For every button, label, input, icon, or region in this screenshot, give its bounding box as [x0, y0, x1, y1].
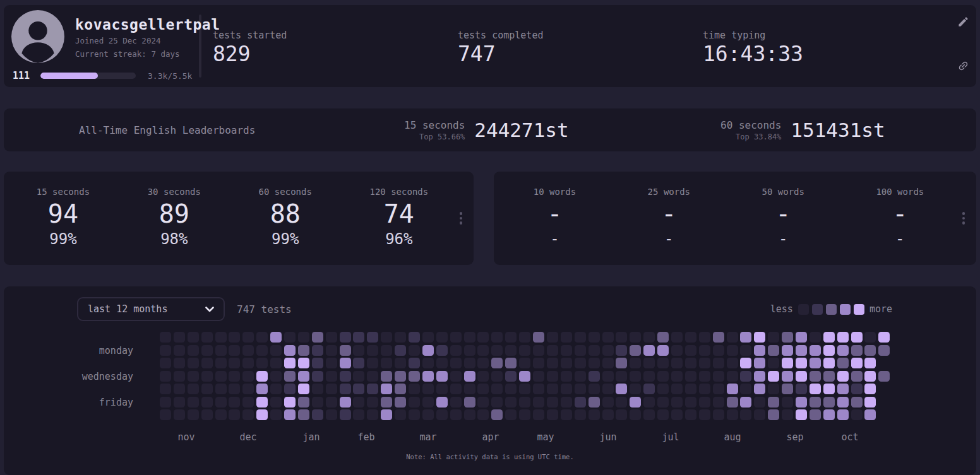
heatmap-cell[interactable]: [242, 345, 254, 356]
heatmap-cell[interactable]: [810, 332, 821, 343]
heatmap-cell[interactable]: [174, 384, 185, 394]
heatmap-cell[interactable]: [810, 409, 821, 420]
heatmap-cell[interactable]: [740, 371, 751, 382]
heatmap-cell[interactable]: [643, 397, 655, 408]
heatmap-cell[interactable]: [188, 358, 199, 368]
heatmap-cell[interactable]: [602, 397, 614, 408]
heatmap-cell[interactable]: [519, 371, 530, 382]
heatmap-cell[interactable]: [491, 358, 503, 368]
heatmap-cell[interactable]: [409, 384, 420, 394]
heatmap-cell[interactable]: [160, 345, 171, 356]
heatmap-cell[interactable]: [160, 397, 171, 408]
heatmap-cell[interactable]: [381, 332, 392, 343]
heatmap-cell[interactable]: [754, 371, 765, 382]
heatmap-cell[interactable]: [657, 397, 669, 408]
heatmap-cell[interactable]: [450, 358, 462, 368]
heatmap-cell[interactable]: [340, 371, 351, 382]
heatmap-cell[interactable]: [533, 409, 544, 420]
heatmap-cell[interactable]: [298, 371, 309, 382]
heatmap-cell[interactable]: [312, 384, 323, 394]
heatmap-cell[interactable]: [823, 409, 835, 420]
heatmap-cell[interactable]: [201, 332, 213, 343]
heatmap-cell[interactable]: [464, 332, 475, 343]
heatmap-cell[interactable]: [270, 384, 282, 394]
heatmap-cell[interactable]: [713, 358, 724, 368]
heatmap-cell[interactable]: [270, 409, 282, 420]
heatmap-cell[interactable]: [630, 371, 641, 382]
heatmap-cell[interactable]: [242, 397, 254, 408]
heatmap-cell[interactable]: [575, 358, 586, 368]
heatmap-cell[interactable]: [505, 409, 517, 420]
heatmap-cell[interactable]: [464, 384, 475, 394]
heatmap-cell[interactable]: [851, 345, 863, 356]
heatmap-cell[interactable]: [436, 384, 448, 394]
heatmap-cell[interactable]: [201, 409, 213, 420]
heatmap-cell[interactable]: [657, 358, 669, 368]
heatmap-cell[interactable]: [727, 384, 738, 394]
copy-link-icon[interactable]: [957, 60, 969, 72]
heatmap-cell[interactable]: [810, 384, 821, 394]
heatmap-cell[interactable]: [671, 371, 683, 382]
heatmap-cell[interactable]: [519, 397, 530, 408]
heatmap-cell[interactable]: [188, 397, 199, 408]
heatmap-cell[interactable]: [409, 409, 420, 420]
heatmap-cell[interactable]: [796, 332, 807, 343]
heatmap-cell[interactable]: [547, 371, 558, 382]
heatmap-cell[interactable]: [782, 358, 793, 368]
heatmap-cell[interactable]: [450, 384, 462, 394]
heatmap-cell[interactable]: [367, 384, 378, 394]
heatmap-cell[interactable]: [367, 409, 378, 420]
heatmap-cell[interactable]: [671, 358, 683, 368]
heatmap-cell[interactable]: [215, 409, 227, 420]
heatmap-cell[interactable]: [713, 332, 724, 343]
heatmap-cell[interactable]: [201, 397, 213, 408]
heatmap-cell[interactable]: [643, 371, 655, 382]
heatmap-cell[interactable]: [796, 384, 807, 394]
heatmap-cell[interactable]: [229, 332, 240, 343]
heatmap-cell[interactable]: [823, 345, 835, 356]
heatmap-cell[interactable]: [353, 345, 364, 356]
heatmap-cell[interactable]: [505, 332, 517, 343]
heatmap-cell[interactable]: [699, 409, 710, 420]
heatmap-cell[interactable]: [174, 409, 185, 420]
heatmap-cell[interactable]: [823, 397, 835, 408]
heatmap-cell[interactable]: [340, 397, 351, 408]
heatmap-cell[interactable]: [312, 371, 323, 382]
heatmap-cell[interactable]: [864, 384, 876, 394]
heatmap-cell[interactable]: [505, 345, 517, 356]
heatmap-cell[interactable]: [229, 397, 240, 408]
heatmap-cell[interactable]: [256, 409, 268, 420]
heatmap-cell[interactable]: [491, 384, 503, 394]
heatmap-cell[interactable]: [630, 409, 641, 420]
heatmap-cell[interactable]: [395, 345, 406, 356]
heatmap-cell[interactable]: [477, 358, 489, 368]
heatmap-cell[interactable]: [174, 332, 185, 343]
heatmap-cell[interactable]: [477, 332, 489, 343]
heatmap-cell[interactable]: [589, 384, 600, 394]
heatmap-cell[interactable]: [837, 345, 849, 356]
heatmap-cell[interactable]: [864, 332, 876, 343]
heatmap-cell[interactable]: [367, 332, 378, 343]
heatmap-cell[interactable]: [671, 345, 683, 356]
heatmap-cell[interactable]: [713, 384, 724, 394]
heatmap-cell[interactable]: [367, 358, 378, 368]
heatmap-cell[interactable]: [837, 409, 849, 420]
heatmap-cell[interactable]: [477, 345, 489, 356]
heatmap-cell[interactable]: [685, 345, 696, 356]
heatmap-cell[interactable]: [174, 345, 185, 356]
heatmap-cell[interactable]: [326, 358, 337, 368]
heatmap-cell[interactable]: [727, 358, 738, 368]
heatmap-cell[interactable]: [630, 384, 641, 394]
heatmap-cell[interactable]: [422, 332, 434, 343]
heatmap-cell[interactable]: [422, 384, 434, 394]
heatmap-cell[interactable]: [436, 332, 448, 343]
heatmap-cell[interactable]: [754, 345, 765, 356]
heatmap-cell[interactable]: [367, 397, 378, 408]
heatmap-cell[interactable]: [215, 345, 227, 356]
heatmap-cell[interactable]: [782, 384, 793, 394]
heatmap-cell[interactable]: [837, 371, 849, 382]
heatmap-cell[interactable]: [616, 371, 627, 382]
heatmap-cell[interactable]: [851, 358, 863, 368]
heatmap-cell[interactable]: [589, 358, 600, 368]
heatmap-cell[interactable]: [242, 332, 254, 343]
